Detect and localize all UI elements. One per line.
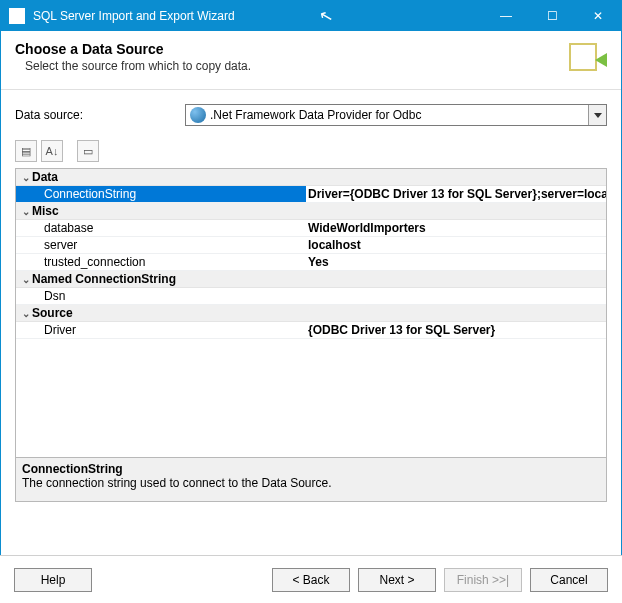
category-named-connectionstring[interactable]: ⌄Named ConnectionString xyxy=(16,271,606,288)
expand-icon[interactable]: ⌄ xyxy=(20,305,32,321)
categorized-button[interactable]: ▤ xyxy=(15,140,37,162)
expand-icon[interactable]: ⌄ xyxy=(20,271,32,287)
prop-driver[interactable]: Driver {ODBC Driver 13 for SQL Server} xyxy=(16,322,606,339)
title-bar: SQL Server Import and Export Wizard ↖ — … xyxy=(1,1,621,31)
cancel-button[interactable]: Cancel xyxy=(530,568,608,592)
description-pane: ConnectionString The connection string u… xyxy=(15,458,607,502)
prop-server[interactable]: server localhost xyxy=(16,237,606,254)
data-source-label: Data source: xyxy=(15,108,185,122)
category-data[interactable]: ⌄Data xyxy=(16,169,606,186)
app-icon xyxy=(9,8,25,24)
property-pages-button[interactable]: ▭ xyxy=(77,140,99,162)
maximize-button[interactable]: ☐ xyxy=(529,1,575,31)
close-button[interactable]: ✕ xyxy=(575,1,621,31)
prop-database[interactable]: database WideWorldImporters xyxy=(16,220,606,237)
prop-connectionstring[interactable]: ConnectionString Driver={ODBC Driver 13 … xyxy=(16,186,606,203)
property-grid[interactable]: ⌄Data ConnectionString Driver={ODBC Driv… xyxy=(15,168,607,458)
category-misc[interactable]: ⌄Misc xyxy=(16,203,606,220)
prop-trusted-connection[interactable]: trusted_connection Yes xyxy=(16,254,606,271)
chevron-down-icon[interactable] xyxy=(588,105,606,125)
description-text: The connection string used to connect to… xyxy=(22,476,600,490)
wizard-icon xyxy=(561,41,607,81)
window-title: SQL Server Import and Export Wizard xyxy=(33,9,235,23)
globe-icon xyxy=(190,107,206,123)
property-grid-toolbar: ▤ A↓ ▭ xyxy=(15,140,607,162)
data-source-selected: .Net Framework Data Provider for Odbc xyxy=(210,108,588,122)
category-source[interactable]: ⌄Source xyxy=(16,305,606,322)
expand-icon[interactable]: ⌄ xyxy=(20,169,32,185)
page-title: Choose a Data Source xyxy=(15,41,561,57)
page-subtitle: Select the source from which to copy dat… xyxy=(25,59,561,73)
data-source-row: Data source: .Net Framework Data Provide… xyxy=(15,104,607,126)
expand-icon[interactable]: ⌄ xyxy=(20,203,32,219)
data-source-dropdown[interactable]: .Net Framework Data Provider for Odbc xyxy=(185,104,607,126)
wizard-footer: Help < Back Next > Finish >>| Cancel xyxy=(0,555,622,603)
description-title: ConnectionString xyxy=(22,462,600,476)
back-button[interactable]: < Back xyxy=(272,568,350,592)
next-button[interactable]: Next > xyxy=(358,568,436,592)
minimize-button[interactable]: — xyxy=(483,1,529,31)
wizard-header: Choose a Data Source Select the source f… xyxy=(1,31,621,90)
cursor-icon: ↖ xyxy=(317,6,334,28)
help-button[interactable]: Help xyxy=(14,568,92,592)
alphabetical-button[interactable]: A↓ xyxy=(41,140,63,162)
finish-button: Finish >>| xyxy=(444,568,522,592)
prop-dsn[interactable]: Dsn xyxy=(16,288,606,305)
window-controls: — ☐ ✕ xyxy=(483,1,621,31)
